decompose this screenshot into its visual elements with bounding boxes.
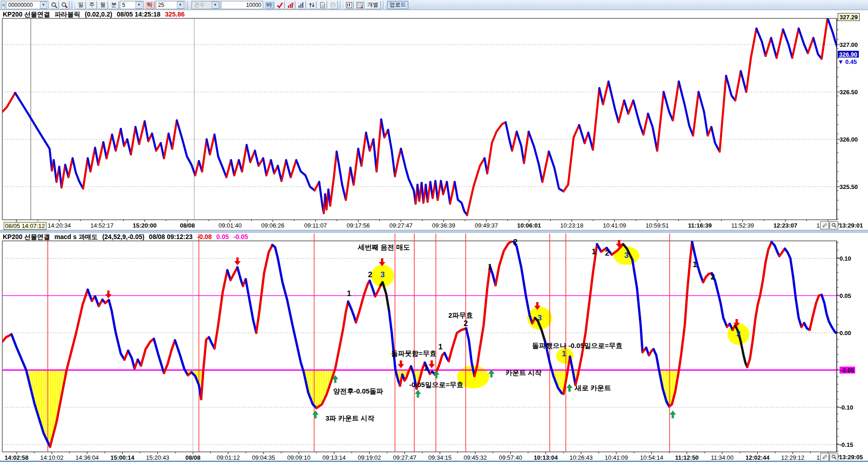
top-chart-time-label: 09:11:07 xyxy=(304,222,327,229)
period-week-button[interactable]: 주 xyxy=(87,1,97,9)
bottom-value-3: -0.05 xyxy=(233,233,248,240)
tick-interval-combo[interactable]: 25 ▼ xyxy=(156,1,185,9)
top-chart-time-label: 14:52:17 xyxy=(90,222,114,229)
last-trade-price-marker: 326.90 xyxy=(838,51,859,58)
zoom-out-icon[interactable] xyxy=(60,1,69,9)
bottom-chart-y-tick-label: -0.10 xyxy=(840,404,853,411)
wave-count-number: 1 xyxy=(592,247,596,257)
top-chart-time-label: 10:06:01 xyxy=(517,222,541,229)
wave-annotation-text: 카운트 시작 xyxy=(505,369,541,377)
draw-pencil-icon[interactable] xyxy=(820,453,829,461)
toolbar: ◂ 00000000 ▼ 일 주 월 분 5 ▼ 틱 25 ▼ 건수 ▼ 100… xyxy=(0,0,868,10)
bottom-params: (24,52,9,-0.05) xyxy=(102,233,145,240)
period-tick-button[interactable]: 틱 xyxy=(145,1,155,9)
top-chart-time-label: 10:41:09 xyxy=(603,222,626,229)
chevron-down-icon: ▼ xyxy=(40,1,47,9)
count-combo-label: 건수 xyxy=(194,1,205,9)
wave-count-number: 1 xyxy=(488,262,492,272)
bottom-chart-time-label: 14:02:58 xyxy=(5,454,28,461)
wave-count-number-circled: 3 xyxy=(537,314,541,323)
candle-check-icon[interactable] xyxy=(275,1,285,9)
top-datetime: 08/05 14:25:18 xyxy=(117,11,160,18)
zoom-in-icon[interactable] xyxy=(49,1,59,9)
period-day-button[interactable]: 일 xyxy=(76,1,86,9)
bottom-chart-corner-tools: 13:29:05 xyxy=(820,453,863,461)
bottom-chart-time-label: 09:57:40 xyxy=(499,454,522,461)
chart-panel-icon[interactable] xyxy=(344,1,354,9)
bottom-chart-time-label: 09:04:35 xyxy=(252,454,275,461)
bar-chart-type-button[interactable]: 바 xyxy=(264,1,274,9)
bottom-chart-time-label: 09:01:12 xyxy=(217,454,240,461)
wave-count-number: 2 xyxy=(463,319,468,328)
symbol-code-combo[interactable]: 00000000 ▼ xyxy=(6,1,48,9)
bottom-chart-time-label: 09:34:15 xyxy=(428,454,452,461)
bottom-chart-time-label: 14:36:04 xyxy=(75,454,99,461)
volume-study-icon[interactable]: ! xyxy=(286,1,295,9)
bottom-chart-time-label: 15:00:14 xyxy=(110,454,134,461)
period-minute-button[interactable]: 분 xyxy=(109,1,119,9)
svg-text:!: ! xyxy=(293,2,294,6)
bottom-chart-time-label: 10:41:09 xyxy=(605,454,628,461)
bar-count-field[interactable]: 10000 xyxy=(221,1,263,9)
top-chart-time-label: 14:20:34 xyxy=(48,222,71,229)
chevron-down-icon: ▼ xyxy=(177,1,184,9)
top-chart-time-label: 08/08 xyxy=(180,222,195,229)
toolbar-separator xyxy=(187,1,189,9)
bar-study-icon[interactable] xyxy=(296,1,306,9)
plot-area[interactable] xyxy=(2,18,837,220)
top-chart-time-label: 09:01:40 xyxy=(219,222,242,229)
wave-count-number-circled: 1 xyxy=(562,349,566,359)
top-chart-time-label: 09:49:37 xyxy=(475,222,498,229)
minute-interval-combo[interactable]: 5 ▼ xyxy=(120,1,144,9)
bottom-chart-time-label: 15:20:43 xyxy=(146,454,169,461)
top-chart-time-label: 11:52:39 xyxy=(731,222,754,229)
bottom-symbol: KP200 선물연결 xyxy=(3,233,50,240)
bottom-chart-y-tick-label: -0.15 xyxy=(840,441,853,448)
bottom-chart-time-label: 10:26:43 xyxy=(569,454,593,461)
individual-button[interactable]: 개별 xyxy=(365,1,381,9)
sort-updown-icon[interactable] xyxy=(307,1,316,9)
tick-interval-value: 25 xyxy=(158,2,164,8)
wave-annotation-text: 돌파못함=무효 xyxy=(391,349,437,358)
draw-pencil-icon[interactable] xyxy=(820,221,829,229)
period-month-button[interactable]: 월 xyxy=(98,1,108,9)
magnifier-icon[interactable] xyxy=(829,221,838,229)
bottom-chart-time-label: 08/08 xyxy=(186,454,201,461)
wave-count-number: 2 xyxy=(513,238,517,247)
top-chart-title: KP200 선물연결 파라볼릭 (0.02,0.2) 08/05 14:25:1… xyxy=(3,11,187,19)
top-chart-time-label: 12:23:07 xyxy=(773,222,797,229)
top-chart-time-label: 09:36:39 xyxy=(432,222,456,229)
wave-annotation-text: -0.05밑으로=무효 xyxy=(409,381,463,389)
svg-text:D: D xyxy=(321,4,324,8)
top-chart-corner-tools: 13:29:01 xyxy=(820,221,863,229)
top-chart-time-label: 10:59:51 xyxy=(646,222,669,229)
wave-annotation-text: 3파 카운트 시작 xyxy=(326,414,375,423)
chart-splitter[interactable] xyxy=(0,230,868,233)
minute-interval-value: 5 xyxy=(122,2,125,8)
bottom-chart-title: KP200 선물연결 macd s 과매도 (24,52,9,-0.05) 08… xyxy=(3,233,251,241)
wave-count-number: 2 xyxy=(368,270,372,279)
symbol-code-value: 00000000 xyxy=(8,2,33,8)
toolbar-separator xyxy=(340,1,342,9)
chevron-down-icon: ▼ xyxy=(212,1,219,9)
wave-count-number-circled: 3 xyxy=(380,270,384,279)
top-chart-time-label: 10:23:18 xyxy=(560,222,584,229)
magnifier-icon[interactable] xyxy=(829,453,838,461)
bottom-chart-time-label: 10:54:14 xyxy=(640,454,664,461)
grid-settings-icon[interactable] xyxy=(355,1,364,9)
upload-button[interactable]: 업로드 xyxy=(387,1,408,9)
count-combo-disabled: 건수 ▼ xyxy=(192,1,220,9)
bottom-chart-time-label: 10:13:04 xyxy=(534,454,558,461)
bottom-datetime: 08/08 09:12:23 xyxy=(149,233,192,240)
wave-count-number: 1 xyxy=(438,342,442,352)
top-chart-time-label: 11:16:39 xyxy=(688,222,711,229)
bottom-chart-time-label: 12:29:12 xyxy=(781,454,805,461)
top-chart-time-label: 09:06:26 xyxy=(261,222,285,229)
toolbar-collapse-handle[interactable]: ◂ xyxy=(1,0,5,10)
chevron-down-icon: ▼ xyxy=(135,1,142,9)
wave-annotation-text: 돌파했으나 -0.05밑으로=무효 xyxy=(532,342,622,350)
wave-annotation-text: 세번째 음전 매도 xyxy=(358,243,410,252)
new-document-icon[interactable]: D xyxy=(317,1,327,9)
top-chart-y-tick-label: 326.50 xyxy=(840,89,858,96)
top-chart-time-label: 15:20:00 xyxy=(133,222,157,229)
